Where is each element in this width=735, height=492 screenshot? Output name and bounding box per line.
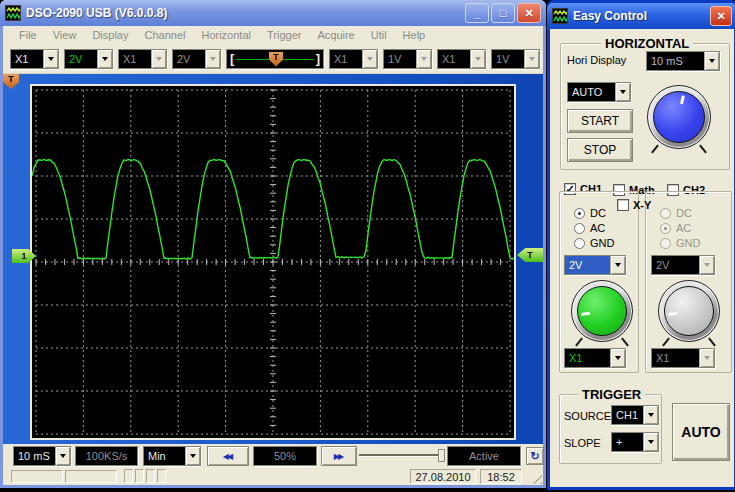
ch1-volts-dropdown-button-ec[interactable] — [610, 256, 625, 274]
close-icon: ✕ — [524, 7, 533, 20]
minimize-button[interactable]: _ — [465, 3, 489, 23]
main-titlebar[interactable]: DSO-2090 USB (V6.0.0.8) _ □ ✕ — [0, 0, 546, 26]
ch3-volts-combo: 1V — [383, 49, 432, 69]
refresh-button[interactable]: ↻ — [526, 447, 544, 465]
ch3-probe-value: X1 — [330, 50, 362, 68]
status-mini-panel — [124, 469, 133, 483]
horizontal-knob[interactable] — [647, 85, 711, 149]
stop-button[interactable]: STOP — [567, 138, 633, 162]
chevron-down-icon — [709, 59, 715, 66]
status-mini-panel — [157, 469, 166, 483]
double-left-arrow-icon: ◀◀ — [223, 452, 233, 461]
hori-mode-combo[interactable]: AUTO — [567, 82, 631, 102]
timebase-dropdown-button[interactable] — [55, 447, 70, 465]
chevron-down-icon — [648, 413, 654, 420]
hori-timebase-dropdown-button[interactable] — [704, 52, 719, 70]
ch1-ac-label: AC — [590, 222, 605, 234]
zoom-percent-readout: 50% — [253, 446, 317, 466]
chevron-down-icon — [210, 57, 216, 64]
date-display: 27.08.2010 — [410, 469, 476, 484]
ch1-volts-dropdown-button[interactable] — [97, 50, 112, 68]
menu-util[interactable]: Util — [363, 29, 395, 41]
menu-channel[interactable]: Channel — [136, 29, 193, 41]
hori-mode-value: AUTO — [568, 83, 615, 101]
trigger-source-dropdown-button[interactable] — [643, 406, 658, 424]
trigger-slider-thumb[interactable]: T — [269, 52, 283, 67]
hori-mode-dropdown-button[interactable] — [615, 83, 630, 101]
chevron-down-icon — [421, 57, 427, 64]
ch1-probe-combo[interactable]: X1 — [10, 49, 59, 69]
trigger-source-combo[interactable]: CH1 — [611, 405, 659, 425]
menu-file[interactable]: File — [11, 29, 45, 41]
menu-display[interactable]: Display — [84, 29, 136, 41]
ch4-volts-dropdown-button — [524, 50, 539, 68]
start-button[interactable]: START — [567, 109, 633, 133]
waveform-plot — [32, 86, 514, 438]
detail-dropdown-button[interactable] — [185, 447, 200, 465]
radio-dot-icon — [574, 208, 585, 219]
radio-dot-icon — [660, 208, 671, 219]
ch1-dc-label: DC — [590, 207, 606, 219]
ch2-probe-combo-ec: X1 — [651, 348, 715, 368]
timebase-combo[interactable]: 10 mS — [13, 446, 71, 466]
ch1-gnd-radio[interactable]: GND — [574, 237, 614, 249]
trigger-source-label: SOURCE — [564, 410, 611, 422]
ch2-probe-value: X1 — [119, 50, 151, 68]
trigger-auto-button[interactable]: AUTO — [672, 403, 730, 461]
resize-grip[interactable] — [529, 471, 542, 484]
refresh-icon: ↻ — [530, 450, 539, 463]
scope-display — [30, 84, 516, 440]
trigger-slope-label: SLOPE — [564, 437, 601, 449]
ch2-volts-knob[interactable] — [658, 280, 720, 342]
ch1-volts-knob[interactable] — [571, 280, 633, 342]
ch1-dc-radio[interactable]: DC — [574, 207, 606, 219]
ch1-probe-dropdown-button[interactable] — [43, 50, 58, 68]
stop-button-label: STOP — [584, 143, 616, 157]
trigger-slope-value: + — [612, 433, 643, 451]
ch2-probe-combo: X1 — [118, 49, 167, 69]
ch2-probe-dropdown-button — [151, 50, 166, 68]
radio-dot-icon — [574, 223, 585, 234]
maximize-button[interactable]: □ — [491, 3, 515, 23]
menu-help[interactable]: Help — [395, 29, 434, 41]
detail-mode-combo[interactable]: Min — [143, 446, 201, 466]
ch4-volts-combo: 1V — [491, 49, 540, 69]
position-slider[interactable] — [359, 446, 445, 466]
scroll-left-button[interactable]: ◀◀ — [207, 446, 249, 466]
menu-acquire[interactable]: Acquire — [309, 29, 362, 41]
trigger-slope-combo[interactable]: + — [611, 432, 659, 452]
double-right-arrow-icon: ▶▶ — [334, 452, 344, 461]
minimize-icon: _ — [474, 7, 480, 19]
status-mini-panel — [135, 469, 144, 483]
menu-view[interactable]: View — [45, 29, 85, 41]
easy-control-close-button[interactable]: ✕ — [710, 6, 732, 26]
scope-client-area: T 1 T — [3, 74, 543, 444]
trigger-level-marker[interactable]: T — [517, 248, 543, 262]
chevron-down-icon — [475, 57, 481, 64]
hori-timebase-combo[interactable]: 10 mS — [646, 51, 720, 71]
ch2-dc-label: DC — [676, 207, 692, 219]
ch1-gnd-label: GND — [590, 237, 614, 249]
chevron-down-icon — [48, 57, 54, 64]
trigger-position-slider[interactable]: [ ] T — [226, 49, 324, 69]
xy-checkbox[interactable]: X-Y — [617, 199, 651, 211]
trigger-slope-dropdown-button[interactable] — [643, 433, 658, 451]
ch1-probe-combo-ec[interactable]: X1 — [564, 348, 626, 368]
ch1-volts-combo[interactable]: 2V — [64, 49, 113, 69]
hori-timebase-value: 10 mS — [647, 52, 704, 70]
ch1-ac-radio[interactable]: AC — [574, 222, 605, 234]
easy-control-titlebar[interactable]: Easy Control ✕ — [547, 3, 735, 29]
ch1-volts-value-ec: 2V — [565, 256, 610, 274]
chevron-down-icon — [102, 57, 108, 64]
ch1-probe-dropdown-button-ec[interactable] — [610, 349, 625, 367]
slider-thumb[interactable] — [438, 449, 445, 462]
trigger-position-marker[interactable]: T — [3, 74, 19, 89]
close-button[interactable]: ✕ — [517, 3, 541, 23]
ch4-probe-combo: X1 — [437, 49, 486, 69]
scroll-right-button[interactable]: ▶▶ — [321, 446, 357, 466]
ch2-volts-dropdown-button-ec — [699, 256, 714, 274]
menu-horizontal[interactable]: Horizontal — [193, 29, 259, 41]
ch1-volts-combo-ec[interactable]: 2V — [564, 255, 626, 275]
menu-trigger[interactable]: Trigger — [259, 29, 309, 41]
ch2-probe-value-ec: X1 — [652, 349, 699, 367]
